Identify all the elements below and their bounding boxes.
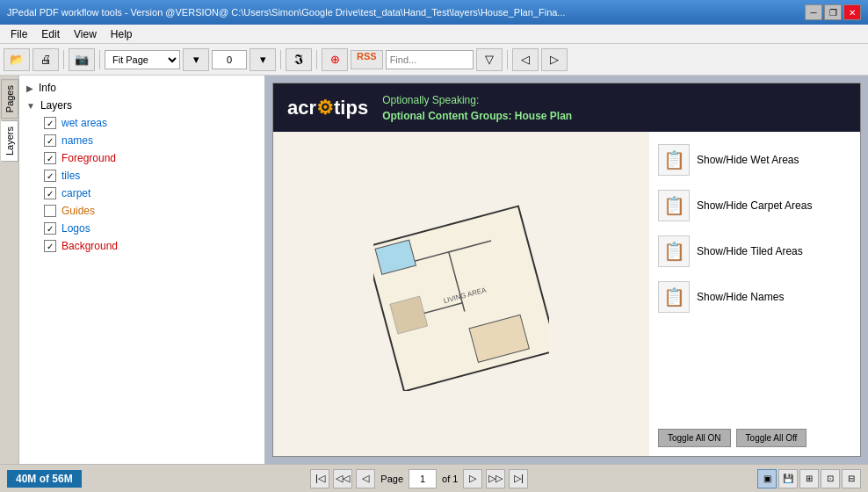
view-save-btn[interactable]: 💾 bbox=[778, 469, 798, 488]
list-item[interactable]: Foreground bbox=[19, 149, 264, 167]
menu-view[interactable]: View bbox=[67, 26, 104, 41]
view-single-btn[interactable]: ▣ bbox=[757, 469, 777, 488]
show-hide-wet-areas-label: Show/Hide Wet Areas bbox=[697, 154, 799, 166]
layer-checkbox-background[interactable] bbox=[44, 240, 56, 252]
first-page-btn[interactable]: |◁ bbox=[310, 469, 329, 488]
restore-button[interactable]: ❐ bbox=[824, 4, 842, 20]
view-fullscreen-btn[interactable]: ⊟ bbox=[842, 469, 861, 488]
pdf-content: LIVING AREA 📋 Show/Hide Wet Areas 📋 Show… bbox=[273, 132, 860, 456]
page-number-input[interactable] bbox=[409, 469, 437, 488]
menu-file[interactable]: File bbox=[4, 26, 34, 41]
menu-bar: File Edit View Help bbox=[0, 25, 868, 44]
list-item[interactable]: carpet bbox=[19, 184, 264, 202]
show-hide-names-label: Show/Hide Names bbox=[697, 291, 784, 303]
tagline-line-2: Optional Content Groups: House Plan bbox=[382, 110, 572, 122]
zoom-input[interactable] bbox=[212, 50, 247, 69]
layers-label: Layers bbox=[40, 99, 72, 112]
view-grid-btn[interactable]: ⊞ bbox=[799, 469, 819, 488]
separator-5 bbox=[507, 50, 508, 69]
toggle-all-on-button[interactable]: Toggle All ON bbox=[658, 429, 731, 447]
list-item[interactable]: names bbox=[19, 132, 264, 149]
layer-name-background: Background bbox=[61, 240, 118, 252]
toolbar: 📂 🖨 📷 Fit Page Fit Width Actual Size ▾ ▾… bbox=[0, 44, 868, 76]
layer-checkbox-foreground[interactable] bbox=[44, 152, 56, 164]
help-circle-btn[interactable]: ⊕ bbox=[322, 48, 348, 71]
next-5-btn[interactable]: ▷▷ bbox=[486, 469, 505, 488]
show-hide-tiled-label: Show/Hide Tiled Areas bbox=[697, 245, 803, 257]
rss-button[interactable]: RSS bbox=[351, 50, 383, 69]
open-button[interactable]: 📂 bbox=[4, 48, 30, 71]
layer-name-guides: Guides bbox=[61, 205, 95, 217]
list-item[interactable]: tiles bbox=[19, 167, 264, 184]
tab-pages[interactable]: Pages bbox=[1, 79, 18, 119]
layer-checkbox-carpet[interactable] bbox=[44, 187, 56, 199]
logo-text-2: tips bbox=[334, 97, 368, 119]
cursor-tool-btn[interactable]: 𝕴 bbox=[286, 48, 312, 71]
layer-checkbox-guides[interactable] bbox=[44, 205, 56, 217]
minimize-button[interactable]: ─ bbox=[805, 4, 822, 20]
side-tabs: Pages Layers bbox=[0, 76, 19, 464]
prev-page-btn[interactable]: ◁ bbox=[356, 469, 375, 488]
layer-checkbox-wet-areas[interactable] bbox=[44, 117, 56, 129]
find-input[interactable] bbox=[386, 50, 474, 69]
menu-help[interactable]: Help bbox=[104, 26, 140, 41]
acrotips-tagline: Optionally Speaking: Optional Content Gr… bbox=[382, 92, 572, 124]
wet-areas-icon: 📋 bbox=[658, 144, 690, 176]
layer-checkbox-tiles[interactable] bbox=[44, 170, 56, 182]
find-filter-btn[interactable]: ▽ bbox=[476, 48, 503, 71]
left-panel: ▶ Info ▼ Layers wet areas names Foregrou… bbox=[19, 76, 265, 464]
tiled-icon: 📋 bbox=[658, 235, 690, 267]
window-controls: ─ ❐ ✕ bbox=[805, 4, 861, 20]
separator-2 bbox=[99, 50, 100, 69]
show-hide-panel: 📋 Show/Hide Wet Areas 📋 Show/Hide Carpet… bbox=[649, 132, 860, 456]
layer-name-names: names bbox=[61, 134, 93, 147]
last-page-btn[interactable]: ▷| bbox=[509, 469, 528, 488]
page-of-label: of 1 bbox=[442, 474, 458, 484]
main-area: Pages Layers ▶ Info ▼ Layers wet areas n… bbox=[0, 76, 868, 464]
info-toggle-icon: ▶ bbox=[26, 83, 33, 93]
floor-plan-area: LIVING AREA bbox=[273, 132, 649, 456]
page-label: Page bbox=[380, 474, 403, 484]
floor-plan-svg: LIVING AREA bbox=[373, 198, 549, 391]
list-item[interactable]: wet areas bbox=[19, 114, 264, 132]
title-bar: JPedal PDF workflow tools - Version @VER… bbox=[0, 0, 868, 25]
logo-gear-icon: ⚙ bbox=[316, 97, 334, 119]
layer-name-wet-areas: wet areas bbox=[61, 117, 107, 129]
layer-name-logos: Logos bbox=[61, 222, 90, 235]
logo-text-1: acr bbox=[287, 97, 316, 119]
menu-edit[interactable]: Edit bbox=[34, 26, 67, 41]
view-fit-btn[interactable]: ⊡ bbox=[821, 469, 840, 488]
layer-name-tiles: tiles bbox=[61, 170, 80, 182]
print-button[interactable]: 🖨 bbox=[33, 48, 59, 71]
tree-layers[interactable]: ▼ Layers bbox=[19, 97, 264, 114]
separator-4 bbox=[316, 50, 317, 69]
tab-layers[interactable]: Layers bbox=[1, 120, 18, 162]
tree-info[interactable]: ▶ Info bbox=[19, 79, 264, 97]
close-button[interactable]: ✕ bbox=[843, 4, 861, 20]
fit-dropdown-btn[interactable]: ▾ bbox=[183, 48, 209, 71]
bottom-bar: 40M of 56M |◁ ◁◁ ◁ Page of 1 ▷ ▷▷ ▷| ▣ 💾… bbox=[0, 464, 868, 492]
show-hide-carpet-label: Show/Hide Carpet Areas bbox=[697, 199, 812, 212]
separator-1 bbox=[63, 50, 64, 69]
acrotips-header: acr⚙tips Optionally Speaking: Optional C… bbox=[273, 83, 860, 132]
view-buttons: ▣ 💾 ⊞ ⊡ ⊟ bbox=[757, 469, 861, 488]
camera-button[interactable]: 📷 bbox=[69, 48, 95, 71]
carpet-icon: 📋 bbox=[658, 190, 690, 221]
show-hide-names-row: 📋 Show/Hide Names bbox=[658, 278, 851, 316]
show-hide-tiled-row: 📋 Show/Hide Tiled Areas bbox=[658, 232, 851, 271]
separator-3 bbox=[280, 50, 281, 69]
list-item[interactable]: Guides bbox=[19, 202, 264, 220]
prev-5-btn[interactable]: ◁◁ bbox=[333, 469, 352, 488]
layer-checkbox-logos[interactable] bbox=[44, 222, 56, 235]
next-page-btn[interactable]: ▷ bbox=[463, 469, 482, 488]
zoom-dropdown-btn[interactable]: ▾ bbox=[250, 48, 276, 71]
list-item[interactable]: Background bbox=[19, 237, 264, 255]
layer-name-foreground: Foreground bbox=[61, 152, 116, 164]
nav-prev-btn[interactable]: ◁ bbox=[512, 48, 539, 71]
right-panel: acr⚙tips Optionally Speaking: Optional C… bbox=[265, 76, 868, 464]
layer-checkbox-names[interactable] bbox=[44, 134, 56, 147]
fit-page-select[interactable]: Fit Page Fit Width Actual Size bbox=[105, 50, 180, 69]
toggle-all-off-button[interactable]: Toggle All Off bbox=[736, 429, 807, 447]
nav-next-btn[interactable]: ▷ bbox=[541, 48, 568, 71]
list-item[interactable]: Logos bbox=[19, 220, 264, 237]
